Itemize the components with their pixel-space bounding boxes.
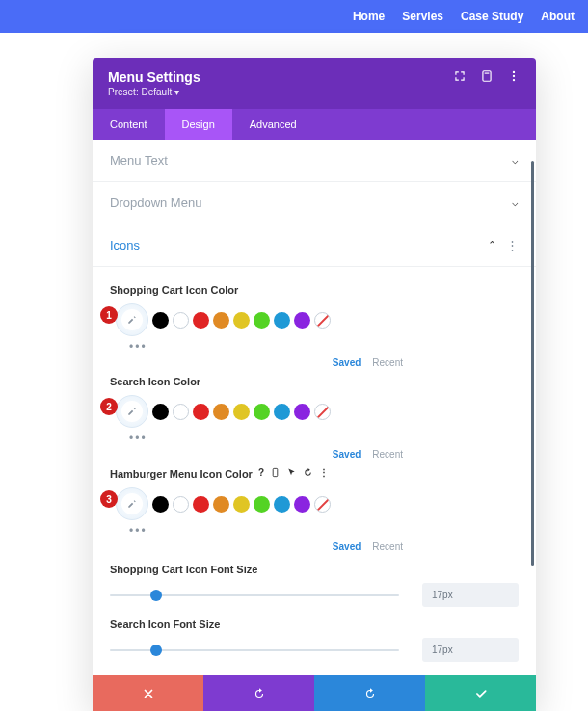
color-swatch[interactable] [173, 404, 189, 420]
color-swatch[interactable] [152, 312, 169, 329]
swatch-row: 1 [110, 303, 519, 336]
reset-icon[interactable] [303, 467, 313, 480]
section-icons[interactable]: Icons ⌃ ⋮ [93, 224, 536, 267]
eyedropper-button[interactable] [116, 487, 148, 520]
nav-case-study[interactable]: Case Study [461, 10, 523, 23]
panel-body: Menu Text ⌵ Dropdown Menu ⌵ Icons ⌃ ⋮ Sh… [93, 140, 536, 675]
size-field-label: Search Icon Font Size [110, 619, 519, 630]
color-swatch[interactable] [193, 496, 209, 513]
tab-advanced[interactable]: Advanced [232, 109, 314, 140]
font-size-slider[interactable] [110, 588, 399, 603]
section-more-icon[interactable]: ⋮ [506, 238, 519, 252]
section-label: Dropdown Menu [110, 196, 201, 210]
recent-tab[interactable]: Recent [372, 541, 403, 552]
svg-rect-1 [485, 73, 490, 74]
more-swatches[interactable]: ••• [129, 340, 519, 354]
font-size-input[interactable]: 17px [422, 583, 519, 607]
footer-bar [93, 675, 536, 711]
size-field-label: Shopping Cart Icon Font Size [110, 564, 519, 575]
color-swatch[interactable] [173, 496, 189, 513]
swatch-row: 3 [110, 487, 519, 520]
svg-point-4 [513, 79, 515, 81]
more-icon[interactable]: ⋮ [319, 467, 329, 480]
svg-rect-5 [273, 468, 278, 476]
nav-about[interactable]: About [541, 10, 575, 23]
svg-point-2 [513, 71, 515, 73]
undo-button[interactable] [203, 675, 314, 711]
swatch-row: 2 [110, 395, 519, 428]
saved-tab[interactable]: Saved [333, 357, 361, 368]
section-label: Icons [110, 238, 140, 252]
more-swatches[interactable]: ••• [129, 432, 519, 445]
svg-rect-0 [483, 71, 491, 82]
section-menu-text[interactable]: Menu Text ⌵ [93, 140, 536, 182]
color-swatch[interactable] [193, 312, 209, 329]
section-label: Menu Text [110, 153, 168, 168]
color-field-label: Search Icon Color [110, 376, 519, 387]
color-swatch[interactable] [254, 312, 270, 329]
eyedropper-button[interactable] [116, 395, 148, 428]
panel-preset[interactable]: Preset: Default ▾ [108, 87, 200, 97]
font-size-input[interactable]: 17px [422, 638, 519, 662]
color-field-label: Shopping Cart Icon Color [110, 284, 519, 296]
more-swatches[interactable]: ••• [129, 524, 519, 538]
color-swatch-none[interactable] [314, 404, 331, 420]
expand-icon[interactable] [453, 69, 467, 86]
saved-tab[interactable]: Saved [333, 449, 361, 460]
tabs: Content Design Advanced [93, 109, 536, 140]
tab-design[interactable]: Design [165, 109, 232, 140]
settings-panel: Menu Settings Preset: Default ▾ Content … [93, 58, 536, 711]
redo-button[interactable] [314, 675, 425, 711]
color-swatch[interactable] [294, 496, 310, 513]
section-dropdown[interactable]: Dropdown Menu ⌵ [93, 182, 536, 224]
top-nav: Home Servies Case Study About [0, 0, 588, 33]
color-swatch[interactable] [233, 496, 250, 513]
color-swatch[interactable] [213, 496, 229, 513]
color-swatch-none[interactable] [314, 312, 331, 329]
panel-title: Menu Settings [108, 69, 200, 85]
scrollbar[interactable] [531, 161, 534, 566]
color-swatch[interactable] [193, 404, 209, 420]
color-swatch[interactable] [274, 404, 290, 420]
color-swatch[interactable] [274, 496, 290, 513]
color-swatch[interactable] [152, 496, 169, 513]
phone-icon[interactable] [270, 467, 281, 480]
nav-home[interactable]: Home [353, 10, 385, 23]
chevron-up-icon: ⌃ [488, 239, 496, 251]
color-field-label: Hamburger Menu Icon Color ? ⋮ [110, 467, 519, 480]
close-button[interactable] [93, 675, 203, 711]
color-swatch[interactable] [213, 312, 229, 329]
color-swatch[interactable] [233, 404, 250, 420]
chevron-down-icon: ⌵ [512, 197, 519, 209]
recent-tab[interactable]: Recent [372, 357, 403, 368]
annotation-badge: 1 [100, 306, 118, 324]
color-swatch[interactable] [233, 312, 250, 329]
recent-tab[interactable]: Recent [372, 449, 403, 460]
eyedropper-button[interactable] [116, 303, 148, 336]
color-swatch[interactable] [254, 404, 270, 420]
svg-point-3 [513, 75, 515, 77]
color-swatch[interactable] [213, 404, 229, 420]
chevron-down-icon: ⌵ [512, 154, 519, 167]
color-swatch[interactable] [152, 404, 169, 420]
help-icon[interactable] [480, 69, 494, 86]
help-icon[interactable]: ? [258, 467, 264, 480]
annotation-badge: 3 [100, 490, 118, 508]
tab-content[interactable]: Content [93, 109, 165, 140]
panel-header: Menu Settings Preset: Default ▾ [93, 58, 536, 109]
color-swatch[interactable] [274, 312, 290, 329]
color-swatch[interactable] [254, 496, 270, 513]
color-swatch[interactable] [294, 312, 310, 329]
color-swatch[interactable] [173, 312, 189, 329]
size-field-label: Hamburger Menu Icon Font Size [110, 673, 519, 675]
cursor-icon[interactable] [286, 467, 297, 480]
more-icon[interactable] [507, 69, 521, 86]
color-swatch-none[interactable] [314, 496, 331, 513]
annotation-badge: 2 [100, 398, 118, 415]
save-button[interactable] [425, 675, 536, 711]
saved-tab[interactable]: Saved [333, 541, 361, 552]
font-size-slider[interactable] [110, 643, 399, 658]
nav-services[interactable]: Servies [402, 10, 443, 23]
icons-section-body: Shopping Cart Icon Color 1 ••• Saved Rec… [93, 267, 536, 675]
color-swatch[interactable] [294, 404, 310, 420]
